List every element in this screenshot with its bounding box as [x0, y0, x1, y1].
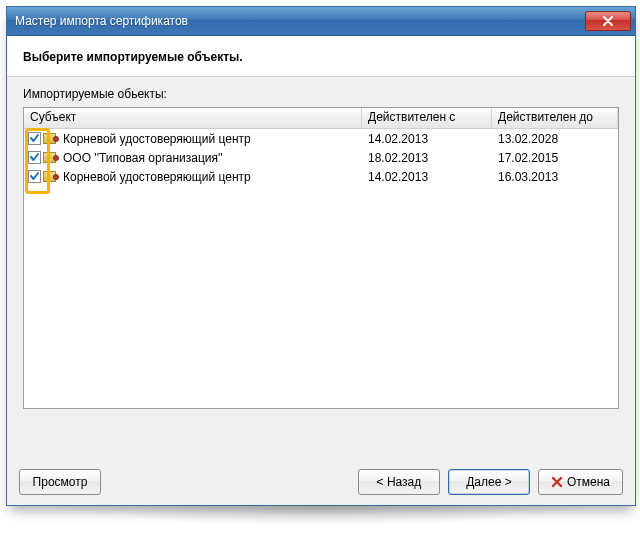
wizard-footer: Просмотр < Назад Далее > Отмена	[7, 459, 635, 505]
cancel-button[interactable]: Отмена	[538, 469, 623, 495]
window-title: Мастер импорта сертификатов	[15, 14, 585, 28]
certificate-icon	[43, 132, 59, 146]
certificate-icon	[43, 151, 59, 165]
list-header: Субъект Действителен с Действителен до	[24, 108, 618, 129]
window-close-button[interactable]	[585, 11, 631, 31]
wizard-header: Выберите импортируемые объекты.	[7, 36, 635, 77]
close-icon	[602, 16, 614, 26]
wizard-body: Импортируемые обьекты: Субъект Действите…	[7, 77, 635, 417]
cancel-button-label: Отмена	[567, 475, 610, 489]
view-button-label: Просмотр	[33, 475, 88, 489]
row-valid-from: 14.02.2013	[362, 132, 492, 146]
column-header-subject[interactable]: Субъект	[24, 108, 362, 128]
view-button[interactable]: Просмотр	[19, 469, 101, 495]
next-button[interactable]: Далее >	[448, 469, 530, 495]
certificate-icon	[43, 170, 59, 184]
row-checkbox[interactable]	[28, 151, 41, 164]
section-label: Импортируемые обьекты:	[23, 87, 619, 101]
certificates-list: Субъект Действителен с Действителен до К…	[23, 107, 619, 409]
row-subject: Корневой удостоверяющий центр	[63, 170, 251, 184]
row-valid-from: 14.02.2013	[362, 170, 492, 184]
table-row[interactable]: Корневой удостоверяющий центр 14.02.2013…	[24, 129, 618, 148]
cancel-icon	[551, 476, 563, 488]
back-button[interactable]: < Назад	[358, 469, 440, 495]
next-button-label: Далее >	[466, 475, 512, 489]
table-row[interactable]: Корневой удостоверяющий центр 14.02.2013…	[24, 167, 618, 186]
row-subject: Корневой удостоверяющий центр	[63, 132, 251, 146]
row-valid-from: 18.02.2013	[362, 151, 492, 165]
row-subject: ООО ''Типовая организация''	[63, 151, 223, 165]
row-valid-to: 13.02.2028	[492, 132, 618, 146]
titlebar: Мастер импорта сертификатов	[7, 7, 635, 36]
page-heading: Выберите импортируемые объекты.	[23, 50, 619, 64]
row-checkbox[interactable]	[28, 170, 41, 183]
back-button-label: < Назад	[377, 475, 422, 489]
column-header-valid-to[interactable]: Действителен до	[492, 108, 618, 128]
column-header-valid-from[interactable]: Действителен с	[362, 108, 492, 128]
list-rows: Корневой удостоверяющий центр 14.02.2013…	[24, 129, 618, 186]
window-shadow	[6, 506, 634, 536]
wizard-window: Мастер импорта сертификатов Выберите имп…	[6, 6, 636, 506]
row-checkbox[interactable]	[28, 132, 41, 145]
table-row[interactable]: ООО ''Типовая организация'' 18.02.2013 1…	[24, 148, 618, 167]
row-valid-to: 16.03.2013	[492, 170, 618, 184]
row-valid-to: 17.02.2015	[492, 151, 618, 165]
